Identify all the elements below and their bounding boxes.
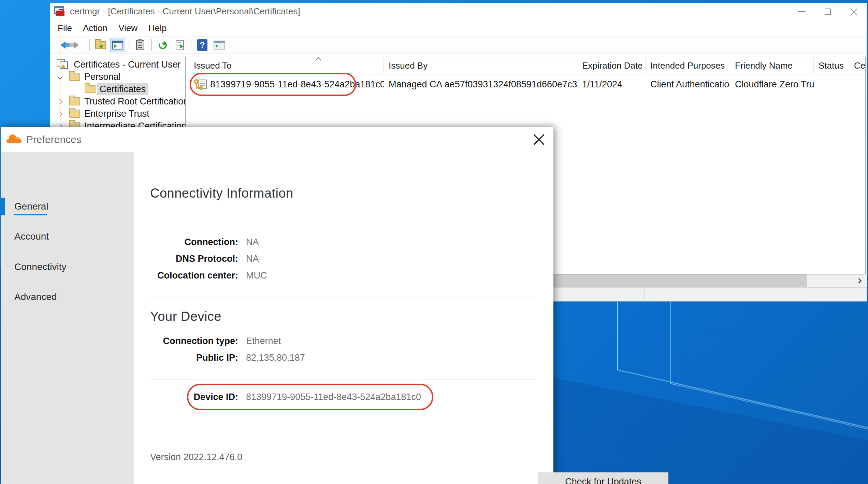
folder-icon	[69, 73, 80, 81]
close-icon	[850, 8, 857, 15]
dns-protocol-row: DNS Protocol: NA	[150, 253, 259, 265]
your-device-heading: Your Device	[150, 309, 221, 324]
column-header-intended-purposes[interactable]: Intended Purposes	[646, 57, 730, 74]
tree-item-label: Certificates - Current User	[74, 59, 181, 70]
wallpaper-beam-line	[670, 296, 671, 384]
column-header-expiration-date[interactable]: Expiration Date	[577, 57, 646, 74]
tree-item-certificates[interactable]: Certificates	[85, 83, 148, 95]
chevron-down-icon[interactable]	[57, 74, 63, 80]
cell-expiration-date: 1/11/2024	[577, 79, 646, 90]
folder-icon	[69, 110, 80, 118]
folder-up-icon	[95, 41, 106, 49]
preferences-titlebar: Preferences	[1, 127, 553, 152]
public-ip-label: Public IP:	[150, 352, 238, 364]
tree-item-label-selected: Certificates	[97, 83, 148, 95]
tab-advanced[interactable]: Advanced	[14, 291, 57, 302]
back-button[interactable]	[54, 38, 69, 52]
paste-button[interactable]	[133, 38, 148, 52]
up-one-level-button[interactable]	[93, 38, 108, 52]
connection-type-label: Connection type:	[150, 335, 238, 347]
certificate-row[interactable]: 81399719-9055-11ed-8e43-524a2ba181c0 Man…	[189, 75, 865, 94]
tree-item-trusted-root[interactable]: Trusted Root Certification Au	[58, 95, 186, 108]
statusbar-divider	[697, 289, 697, 300]
preferences-window: Preferences General Account Connectivity…	[1, 127, 553, 484]
connection-type-row: Connection type: Ethernet	[150, 335, 281, 347]
minimize-icon	[798, 11, 806, 12]
tab-general[interactable]: General	[14, 201, 48, 212]
tree-item-personal[interactable]: Personal	[58, 71, 121, 83]
help-button[interactable]	[195, 38, 210, 52]
connection-row: Connection: NA	[150, 236, 259, 248]
statusbar-divider	[645, 289, 645, 300]
chevron-right-icon[interactable]	[57, 99, 63, 104]
column-header-issued-to[interactable]: Issued To	[189, 57, 384, 74]
wallpaper-beam-line	[617, 296, 618, 370]
toolbar-separator	[89, 39, 90, 51]
menu-help[interactable]: Help	[143, 21, 172, 35]
column-header-issued-by[interactable]: Issued By	[384, 57, 577, 74]
certmgr-toolbar	[50, 36, 867, 54]
connectivity-information-heading: Connectivity Information	[150, 186, 293, 201]
refresh-button[interactable]	[155, 38, 170, 52]
certmgr-menubar: File Action View Help	[50, 20, 867, 36]
console-tree-icon	[214, 41, 225, 49]
menu-view[interactable]: View	[113, 21, 143, 35]
toolbar-separator	[151, 39, 152, 51]
selected-tab-accent-bar	[1, 198, 5, 215]
tree-item-certificates-current-user[interactable]: Certificates - Current User	[57, 58, 181, 71]
public-ip-row: Public IP: 82.135.80.187	[150, 352, 305, 364]
certmgr-window-title: certmgr - [Certificates - Current User\P…	[70, 6, 300, 17]
colocation-center-value: MUC	[246, 270, 267, 281]
device-id-value: 81399719-9055-11ed-8e43-524a2ba181c0	[246, 391, 421, 403]
maximize-button[interactable]	[815, 3, 841, 20]
connection-type-value: Ethernet	[246, 335, 281, 347]
preferences-sidebar: General Account Connectivity Advanced	[1, 152, 134, 484]
console-window-icon	[112, 41, 123, 49]
tab-connectivity[interactable]: Connectivity	[14, 261, 67, 272]
chevron-right-icon	[856, 278, 862, 283]
cell-friendly-name: Cloudflare Zero Tru...	[730, 79, 814, 90]
check-for-updates-button[interactable]: Check for Updates	[538, 472, 668, 484]
column-header-status[interactable]: Status	[814, 57, 849, 74]
cell-issued-to: 81399719-9055-11ed-8e43-524a2ba181c0	[210, 79, 384, 90]
version-text: Version 2022.12.476.0	[150, 452, 242, 462]
help-icon	[197, 39, 207, 51]
show-console-window-button[interactable]	[110, 38, 125, 52]
menu-action[interactable]: Action	[77, 21, 113, 35]
public-ip-value: 82.135.80.187	[246, 352, 305, 364]
certificate-key-icon	[194, 79, 207, 90]
forward-button[interactable]	[71, 38, 86, 52]
preferences-close-button[interactable]	[530, 131, 547, 148]
cell-issued-by: Managed CA ae57f03931324f08591d660e7c370…	[384, 79, 577, 90]
device-id-row: Device ID: 81399719-9055-11ed-8e43-524a2…	[150, 391, 421, 403]
forward-arrow-icon	[74, 41, 83, 49]
toolbar-separator	[129, 39, 129, 51]
cell-intended-purposes: Client Authentication	[646, 79, 730, 90]
close-button[interactable]	[841, 3, 867, 20]
folder-icon	[69, 97, 80, 105]
cloudflare-logo-icon	[6, 134, 21, 145]
section-divider	[150, 380, 536, 380]
chevron-right-icon[interactable]	[57, 111, 63, 116]
console-tree-toggle-button[interactable]	[212, 38, 227, 52]
preferences-main-panel: Connectivity Information Connection: NA …	[134, 152, 553, 484]
minimize-button[interactable]	[789, 3, 815, 20]
tree-item-enterprise-trust[interactable]: Enterprise Trust	[58, 108, 149, 120]
scroll-right-button[interactable]	[852, 274, 866, 287]
export-list-icon	[176, 40, 184, 50]
list-header-row: Issued To Issued By Expiration Date Inte…	[189, 57, 865, 74]
dns-protocol-label: DNS Protocol:	[150, 253, 238, 265]
maximize-icon	[825, 9, 831, 15]
connection-value: NA	[246, 236, 259, 248]
toolbar-separator	[191, 39, 191, 51]
refresh-icon	[158, 40, 168, 51]
certificates-store-icon	[57, 59, 70, 70]
column-header-friendly-name[interactable]: Friendly Name	[730, 57, 814, 74]
dns-protocol-value: NA	[246, 253, 259, 265]
device-id-label: Device ID:	[150, 391, 238, 403]
column-header-certificate-template[interactable]: Ce	[849, 57, 866, 74]
menu-file[interactable]: File	[52, 21, 77, 35]
tab-account[interactable]: Account	[14, 231, 49, 242]
export-list-button[interactable]	[172, 38, 187, 52]
connection-label: Connection:	[150, 236, 238, 248]
